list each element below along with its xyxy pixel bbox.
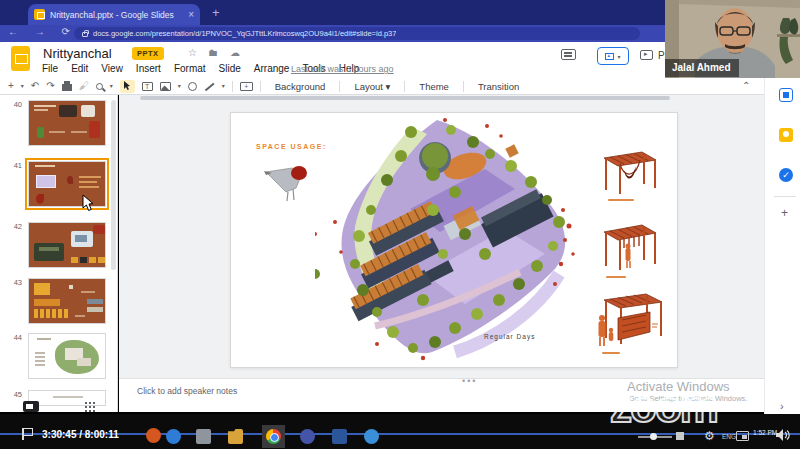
select-tool-active[interactable] <box>120 80 135 93</box>
zoom-meeting-frame: Nrittyanchal.pptx - Google Slides × + ← … <box>0 0 800 449</box>
paint-format-icon: 🖌 <box>79 80 89 92</box>
video-timestamp: 3:30:45 / 8:00:11 <box>42 429 119 440</box>
menu-format[interactable]: Format <box>174 63 206 74</box>
browser-tab[interactable]: Nrittyanchal.pptx - Google Slides × <box>28 4 200 25</box>
meet-icon <box>605 53 614 60</box>
slide-thumbnail-44[interactable] <box>28 333 106 379</box>
redo-icon[interactable]: ↷ <box>46 80 54 92</box>
notes-drag-handle[interactable]: ••• <box>462 376 477 386</box>
print-icon[interactable] <box>62 84 72 91</box>
toolbar-separator <box>232 81 233 92</box>
cloud-status-icon[interactable]: ☁ <box>230 47 240 58</box>
menu-arrange[interactable]: Arrange <box>254 63 290 74</box>
insert-comment-icon[interactable]: + <box>240 82 253 91</box>
cursor-arrow-icon <box>123 81 131 91</box>
collapse-toolbar-icon[interactable]: ⌃ <box>742 80 750 91</box>
speaker-notes-placeholder[interactable]: Click to add speaker notes <box>137 386 237 396</box>
url-text: docs.google.com/presentation/d/1PNVOC_Yq… <box>93 29 396 38</box>
chevron-down-icon: ▾ <box>617 53 620 60</box>
taskbar-app-icon[interactable] <box>146 428 161 443</box>
filmstrip-scrollbar[interactable] <box>111 100 116 270</box>
taskbar-app-icon[interactable] <box>364 429 379 444</box>
transition-button[interactable]: Transition <box>471 81 526 92</box>
slide-thumbnail-43[interactable] <box>28 278 106 324</box>
layout-button[interactable]: Layout ▾ <box>347 81 397 92</box>
slide-number: 43 <box>4 278 22 287</box>
text-box-icon[interactable]: T <box>142 82 153 91</box>
player-volume-knob[interactable] <box>650 433 657 440</box>
zoom-tool-icon[interactable] <box>96 83 103 90</box>
document-title[interactable]: Nrittyanchal <box>43 46 112 61</box>
horizontal-scrollbar[interactable] <box>140 96 670 100</box>
get-addons-icon[interactable]: + <box>781 206 788 220</box>
present-button[interactable]: P <box>658 50 665 61</box>
slide-number: 44 <box>4 333 22 342</box>
activate-windows-watermark-line2: Go to Settings to activate Windows. <box>629 394 747 403</box>
insert-image-icon[interactable] <box>160 82 171 91</box>
lock-icon <box>82 32 88 37</box>
present-icon[interactable] <box>640 50 653 60</box>
toolbar-separator <box>260 81 261 92</box>
mouse-cursor <box>82 194 95 212</box>
toolbar-separator <box>339 81 340 92</box>
url-field[interactable]: docs.google.com/presentation/d/1PNVOC_Yq… <box>74 27 640 40</box>
grid-view-icon[interactable] <box>84 401 95 412</box>
pip-icon[interactable] <box>736 431 749 441</box>
zoom-caret-icon[interactable]: ▾ <box>110 80 113 92</box>
taskbar-app-icon[interactable] <box>300 429 315 444</box>
comment-history-icon[interactable] <box>561 49 576 60</box>
pergola-label-2 <box>606 276 626 278</box>
flag-icon[interactable] <box>22 428 32 440</box>
chevron-right-icon[interactable]: › <box>780 400 784 412</box>
menu-file[interactable]: File <box>42 63 58 74</box>
view-toggle-row <box>0 398 118 414</box>
slide-number: 40 <box>4 100 22 109</box>
background-button[interactable]: Background <box>268 81 333 92</box>
slides-favicon <box>34 9 45 20</box>
taskbar-folder-icon[interactable] <box>228 429 243 444</box>
language-indicator[interactable]: ENG <box>722 433 736 440</box>
settings-gear-icon[interactable]: ⚙ <box>704 430 715 442</box>
join-call-button[interactable]: ▾ <box>597 47 629 65</box>
pergola-label-3 <box>602 352 620 354</box>
new-slide-button[interactable]: + <box>8 80 14 92</box>
pergola-dyeing-illustration <box>598 220 662 272</box>
slides-app-icon[interactable] <box>11 46 30 71</box>
new-tab-button[interactable]: + <box>212 6 220 19</box>
taskbar-chrome-icon[interactable] <box>266 429 281 444</box>
theme-button[interactable]: Theme <box>412 81 456 92</box>
slide-thumbnail-42[interactable] <box>28 222 106 268</box>
line-caret-icon[interactable]: ▾ <box>222 80 225 92</box>
activate-windows-watermark: Activate Windows <box>627 379 730 394</box>
tab-title: Nrittyanchal.pptx - Google Slides <box>50 10 183 20</box>
taskbar-app-icon[interactable] <box>332 429 347 444</box>
toolbar-separator <box>463 81 464 92</box>
speaker-icon[interactable] <box>776 429 790 441</box>
slide-number: 41 <box>4 161 22 170</box>
tasks-icon[interactable]: ✓ <box>779 168 793 182</box>
filmstrip-view-icon[interactable] <box>23 401 39 412</box>
taskbar-app-icon[interactable] <box>196 429 211 444</box>
menu-slide[interactable]: Slide <box>219 63 241 74</box>
bird-sculpture-illustration <box>262 158 314 204</box>
insert-line-icon[interactable] <box>204 81 215 92</box>
pergola-label-1 <box>608 199 634 201</box>
taskbar-app-icon[interactable] <box>166 429 181 444</box>
menu-insert[interactable]: Insert <box>136 63 161 74</box>
image-caret-icon[interactable]: ▾ <box>178 80 181 92</box>
last-edit-link[interactable]: Last edit was 3 hours ago <box>291 64 394 74</box>
system-clock[interactable]: 1:52 PM <box>753 429 777 436</box>
calendar-icon[interactable] <box>779 88 793 102</box>
player-stop-icon[interactable] <box>676 432 684 440</box>
star-icon[interactable]: ☆ <box>188 47 197 58</box>
menu-view[interactable]: View <box>101 63 123 74</box>
new-slide-caret-icon[interactable]: ▾ <box>21 80 24 92</box>
insert-shape-icon[interactable] <box>188 82 197 91</box>
slides-toolbar: + ▾ ↶ ↷ 🖌 ▾ T ▾ ▾ + Background Layout ▾ … <box>0 78 766 95</box>
keep-icon[interactable] <box>779 128 793 142</box>
move-folder-icon[interactable]: 🖿 <box>208 47 218 58</box>
menu-edit[interactable]: Edit <box>71 63 88 74</box>
tab-close-icon[interactable]: × <box>188 10 194 20</box>
slide-thumbnail-40[interactable] <box>28 100 106 146</box>
undo-icon[interactable]: ↶ <box>31 80 39 92</box>
